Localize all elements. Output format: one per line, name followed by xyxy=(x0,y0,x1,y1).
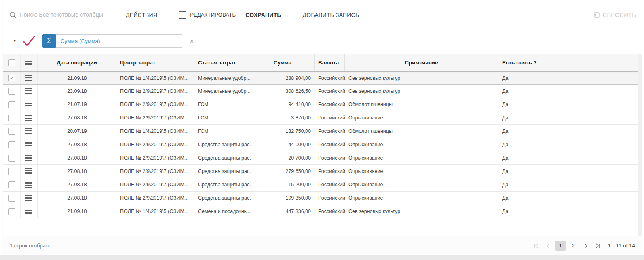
cell-currency[interactable]: Российский... xyxy=(315,205,345,218)
next-page-button[interactable] xyxy=(581,241,590,250)
column-header-currency[interactable]: Валюта xyxy=(315,54,345,71)
cell-currency[interactable]: Российский... xyxy=(315,85,345,98)
aggregate-filter-field[interactable]: Сумма (Сумма) xyxy=(56,34,182,48)
column-header-link[interactable]: Есть связь ? xyxy=(498,54,638,71)
row-actions-icon[interactable] xyxy=(25,102,32,107)
table-row[interactable]: 21.09.18ПОЛЕ № 1/4\2019\5 (ОЗИМ...Семена… xyxy=(3,205,638,218)
cell-currency[interactable]: Российский... xyxy=(315,165,345,178)
actions-button[interactable]: ДЕЙСТВИЯ xyxy=(121,8,162,22)
column-header-item[interactable]: Статья затрат xyxy=(194,54,251,71)
cell-center[interactable]: ПОЛЕ № 2/9\2019\7 (ОЗИМ... xyxy=(116,111,194,124)
edit-toggle[interactable]: РЕДАКТИРОВАТЬ xyxy=(174,7,241,23)
row-checkbox[interactable] xyxy=(8,128,15,135)
cell-item[interactable]: ГСМ xyxy=(194,98,251,111)
row-actions-header-icon[interactable] xyxy=(25,60,32,65)
table-row[interactable]: 21.07.19ПОЛЕ № 2/9\2019\7 (ОЗИМ...ГСМ94 … xyxy=(3,98,638,111)
cell-note[interactable]: Опрыскивание xyxy=(345,178,498,191)
row-checkbox[interactable] xyxy=(8,195,15,202)
cell-center[interactable]: ПОЛЕ № 2/9\2019\7 (ОЗИМ... xyxy=(116,138,194,151)
page-button-2[interactable]: 2 xyxy=(568,241,579,251)
cell-item[interactable]: Средства защиты рас... xyxy=(194,178,251,191)
cell-currency[interactable]: Российский... xyxy=(315,151,345,164)
row-checkbox-checked[interactable]: ✓ xyxy=(8,75,15,81)
table-row[interactable]: 27.08.18ПОЛЕ № 2/9\2019\7 (ОЗИМ...Средст… xyxy=(3,178,638,192)
row-checkbox[interactable] xyxy=(8,141,15,148)
cell-amount[interactable]: 308 626,50 xyxy=(251,85,315,98)
cell-date[interactable]: 20.07.19 xyxy=(38,125,116,138)
cell-note[interactable]: Опрыскивание xyxy=(345,151,498,164)
cell-note[interactable]: Сев зерновых культур xyxy=(345,72,498,84)
cell-note[interactable]: Опрыскивание xyxy=(345,111,498,124)
prev-page-button[interactable] xyxy=(544,241,553,250)
cell-amount[interactable]: 109 350,00 xyxy=(251,192,315,205)
cell-currency[interactable]: Российский... xyxy=(315,111,345,124)
cell-amount[interactable]: 288 904,00 xyxy=(251,72,315,84)
cell-amount[interactable]: 3 870,00 xyxy=(251,111,315,124)
cell-link[interactable]: Да xyxy=(498,72,638,84)
add-record-button[interactable]: ДОБАВИТЬ ЗАПИСЬ xyxy=(298,8,364,22)
reset-button[interactable]: СБРОСИТЬ xyxy=(593,11,636,19)
cell-note[interactable]: Опрыскивание xyxy=(345,138,498,151)
row-actions-icon[interactable] xyxy=(25,209,32,214)
cell-amount[interactable]: 15 200,00 xyxy=(251,178,315,191)
cell-amount[interactable]: 94 410,00 xyxy=(251,98,315,111)
row-checkbox[interactable] xyxy=(8,155,15,162)
cell-item[interactable]: Средства защиты рас... xyxy=(194,151,251,164)
cell-note[interactable]: Сев зерновых культур xyxy=(345,85,498,98)
cell-link[interactable]: Да xyxy=(498,178,638,191)
cell-date[interactable]: 27.08.18 xyxy=(38,111,116,124)
row-actions-icon[interactable] xyxy=(25,168,32,174)
cell-center[interactable]: ПОЛЕ № 1/4\2019\5 (ОЗИМ... xyxy=(116,72,194,84)
remove-filter-button[interactable]: × xyxy=(187,36,196,46)
cell-item[interactable]: Семена и посадочны... xyxy=(194,205,251,218)
cell-amount[interactable]: 279 650,00 xyxy=(251,165,315,178)
row-actions-icon[interactable] xyxy=(25,142,32,147)
cell-note[interactable]: Сев зерновых культур xyxy=(345,205,498,218)
first-page-button[interactable] xyxy=(532,241,541,250)
cell-currency[interactable]: Российский... xyxy=(315,125,345,138)
row-checkbox[interactable] xyxy=(8,181,15,188)
cell-note[interactable]: Обмолот пшеницы xyxy=(345,98,498,111)
cell-currency[interactable]: Российский... xyxy=(315,192,345,205)
row-checkbox[interactable] xyxy=(8,168,15,175)
table-row[interactable]: 23.09.18ПОЛЕ № 2/9\2019\7 (ОЗИМ...Минера… xyxy=(3,85,638,98)
cell-date[interactable]: 27.08.18 xyxy=(38,192,116,205)
table-row[interactable]: 27.08.18ПОЛЕ № 2/9\2019\7 (ОЗИМ...Средст… xyxy=(3,192,638,205)
cell-note[interactable]: Опрыскивание xyxy=(345,165,498,178)
row-checkbox[interactable] xyxy=(8,88,15,95)
cell-center[interactable]: ПОЛЕ № 2/9\2019\7 (ОЗИМ... xyxy=(116,192,194,205)
cell-amount[interactable]: 132 750,00 xyxy=(251,125,315,138)
last-page-button[interactable] xyxy=(593,241,602,250)
row-actions-icon[interactable] xyxy=(25,75,32,81)
cell-item[interactable]: Минеральные удобр... xyxy=(194,72,251,84)
cell-link[interactable]: Да xyxy=(498,85,638,98)
cell-item[interactable]: Минеральные удобр... xyxy=(194,85,251,98)
table-row[interactable]: 27.08.18ПОЛЕ № 2/9\2019\7 (ОЗИМ...Средст… xyxy=(3,165,638,178)
cell-currency[interactable]: Российский... xyxy=(315,72,345,84)
cell-date[interactable]: 21.09.18 xyxy=(38,205,116,218)
cell-center[interactable]: ПОЛЕ № 1/4\2019\5 (ОЗИМ... xyxy=(116,125,194,138)
cell-center[interactable]: ПОЛЕ № 2/9\2019\7 (ОЗИМ... xyxy=(116,85,194,98)
row-actions-icon[interactable] xyxy=(25,155,32,161)
row-actions-icon[interactable] xyxy=(25,182,32,188)
row-checkbox[interactable] xyxy=(8,208,15,215)
cell-currency[interactable]: Российский... xyxy=(315,98,345,111)
row-actions-icon[interactable] xyxy=(25,115,32,121)
cell-item[interactable]: ГСМ xyxy=(194,111,251,124)
cell-center[interactable]: ПОЛЕ № 2/9\2019\7 (ОЗИМ... xyxy=(116,165,194,178)
row-checkbox[interactable] xyxy=(8,115,15,121)
search-input[interactable] xyxy=(19,9,109,21)
cell-date[interactable]: 23.09.18 xyxy=(38,85,116,98)
cell-currency[interactable]: Российский... xyxy=(315,138,345,151)
cell-amount[interactable]: 44 000,00 xyxy=(251,138,315,151)
save-button[interactable]: СОХРАНИТЬ xyxy=(241,8,286,22)
column-header-note[interactable]: Примечание xyxy=(345,54,498,71)
row-actions-icon[interactable] xyxy=(25,195,32,201)
row-actions-icon[interactable] xyxy=(25,128,32,134)
table-row[interactable]: 20.07.19ПОЛЕ № 1/4\2019\5 (ОЗИМ...ГСМ132… xyxy=(3,125,638,138)
row-actions-icon[interactable] xyxy=(25,88,32,94)
select-all-checkbox[interactable] xyxy=(8,59,15,66)
cell-date[interactable]: 27.08.18 xyxy=(38,178,116,191)
cell-link[interactable]: Да xyxy=(498,192,638,205)
cell-center[interactable]: ПОЛЕ № 2/9\2019\7 (ОЗИМ... xyxy=(116,178,194,191)
